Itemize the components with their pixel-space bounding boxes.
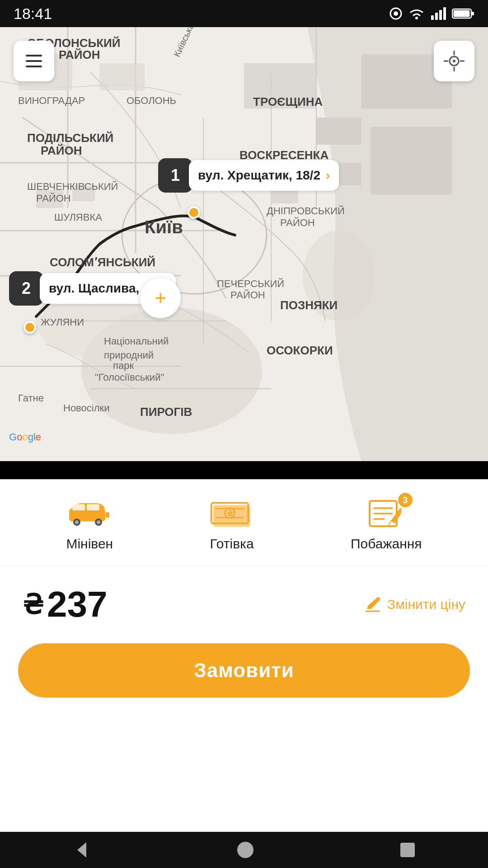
svg-rect-9 xyxy=(454,10,470,17)
nav-back-button[interactable] xyxy=(70,839,93,861)
recent-square-icon xyxy=(398,840,418,860)
waypoint-1-chevron: › xyxy=(326,168,330,183)
change-price-label: Змінити ціну xyxy=(387,597,465,612)
map-area[interactable]: ОБОЛОНСЬКИЙ РАЙОН ВИНОГРАДАР ОБОЛОНЬ ТРО… xyxy=(0,27,488,461)
status-time: 18:41 xyxy=(14,5,52,23)
svg-point-65 xyxy=(237,842,253,858)
map-roads xyxy=(0,27,488,461)
svg-text:₴: ₴ xyxy=(227,509,233,517)
service-option-cash[interactable]: ₴ Готівка xyxy=(209,497,254,552)
prefs-icon-wrap: 3 xyxy=(364,497,409,529)
waypoint-1-address: вул. Хрещатик, 18/2 xyxy=(198,167,320,184)
svg-rect-66 xyxy=(400,843,415,857)
svg-rect-4 xyxy=(435,13,438,20)
svg-rect-44 xyxy=(72,504,85,510)
svg-rect-33 xyxy=(99,63,145,90)
svg-rect-3 xyxy=(431,15,434,20)
svg-rect-5 xyxy=(439,10,442,20)
android-nav-bar xyxy=(0,832,488,868)
svg-point-49 xyxy=(97,520,100,524)
nav-recent-button[interactable] xyxy=(398,840,418,860)
svg-point-38 xyxy=(453,60,455,62)
price-currency: ₴ xyxy=(23,589,43,620)
waypoint-1-pin xyxy=(188,206,200,219)
svg-point-47 xyxy=(75,520,79,524)
minivan-icon-wrap xyxy=(67,497,112,529)
svg-rect-30 xyxy=(316,118,361,145)
prefs-badge: 3 xyxy=(398,493,413,507)
svg-point-12 xyxy=(303,231,375,321)
google-watermark: Google xyxy=(9,431,41,443)
menu-button[interactable] xyxy=(14,41,54,81)
price-value: 237 xyxy=(47,584,107,625)
service-option-minivan[interactable]: Мінівен xyxy=(66,497,113,552)
change-price-button[interactable]: Змінити ціну xyxy=(365,596,465,613)
svg-rect-36 xyxy=(371,127,452,194)
svg-rect-34 xyxy=(244,63,316,108)
status-bar: 18:41 xyxy=(0,0,488,27)
minivan-icon xyxy=(67,500,112,527)
svg-rect-27 xyxy=(72,185,95,201)
svg-point-2 xyxy=(415,17,418,19)
service-option-preferences[interactable]: 3 Побажання xyxy=(351,497,422,552)
order-button-label: Замовити xyxy=(194,659,294,682)
svg-rect-50 xyxy=(106,512,109,518)
crosshair-icon xyxy=(444,51,465,71)
nav-home-button[interactable] xyxy=(234,839,257,861)
cash-icon-wrap: ₴ xyxy=(209,497,254,529)
minivan-label: Мінівен xyxy=(66,536,113,552)
waypoint-2-pin xyxy=(23,321,36,334)
home-circle-icon xyxy=(234,839,257,861)
battery-icon xyxy=(452,7,474,20)
cash-label: Готівка xyxy=(210,536,254,552)
svg-marker-64 xyxy=(77,842,86,858)
order-button[interactable]: Замовити xyxy=(18,643,470,698)
map-background: ОБОЛОНСЬКИЙ РАЙОН ВИНОГРАДАР ОБОЛОНЬ ТРО… xyxy=(0,27,488,461)
bottom-panel: Мінівен ₴ Готів xyxy=(0,479,488,832)
price-row: ₴ 237 Змінити ціну xyxy=(0,566,488,634)
svg-point-1 xyxy=(394,11,398,16)
waypoint-1-box[interactable]: вул. Хрещатик, 18/2 › xyxy=(189,160,339,191)
svg-rect-45 xyxy=(87,504,99,510)
location-button[interactable] xyxy=(434,41,474,81)
add-waypoint-button[interactable]: + xyxy=(140,278,181,318)
plus-icon: + xyxy=(155,288,166,308)
waypoint-1-badge: 1 xyxy=(158,158,192,193)
edit-icon xyxy=(365,596,381,613)
waypoint-2-badge: 2 xyxy=(9,271,43,306)
waypoint-1-tooltip[interactable]: 1 вул. Хрещатик, 18/2 › xyxy=(158,158,339,193)
status-icons xyxy=(389,6,474,21)
signal-icon xyxy=(430,6,446,21)
svg-line-62 xyxy=(389,521,391,525)
back-icon xyxy=(70,839,93,861)
price-amount: ₴ 237 xyxy=(23,584,107,625)
svg-rect-6 xyxy=(443,7,446,20)
svg-rect-26 xyxy=(36,190,63,208)
svg-rect-8 xyxy=(472,12,474,15)
wifi-icon xyxy=(408,6,425,21)
hamburger-icon xyxy=(26,55,42,67)
record-icon xyxy=(389,6,403,21)
cash-icon: ₴ xyxy=(209,497,254,529)
service-options-row: Мінівен ₴ Готів xyxy=(0,479,488,566)
prefs-label: Побажання xyxy=(351,536,422,552)
